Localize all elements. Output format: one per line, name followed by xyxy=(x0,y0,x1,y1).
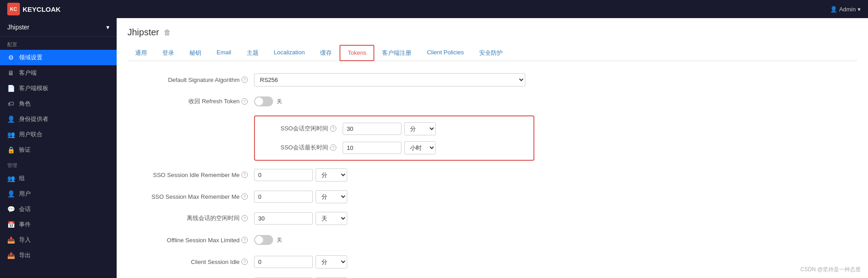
authentication-icon: 🔒 xyxy=(7,146,14,153)
sidebar-item-clients[interactable]: 🖥 客户端 xyxy=(0,65,117,81)
sidebar-item-user-federation[interactable]: 👥 用户联合 xyxy=(0,127,117,142)
sso-session-max-input[interactable] xyxy=(343,142,401,154)
sso-session-idle-row: SSO会话空闲时间 ? 秒 分 时 天 xyxy=(261,121,527,136)
sidebar-item-authentication-label: 验证 xyxy=(19,146,31,154)
groups-icon: 👥 xyxy=(7,175,14,182)
sso-session-idle-remember-me-help-icon[interactable]: ? xyxy=(241,172,248,178)
sidebar-item-export[interactable]: 📤 导出 xyxy=(0,248,117,263)
manage-section-title: 管理 xyxy=(0,158,117,171)
client-session-idle-label: Client Session Idle ? xyxy=(127,259,254,265)
sidebar-item-realm-settings-label: 领域设置 xyxy=(19,53,42,62)
realm-name: Jhipster xyxy=(7,24,29,31)
sidebar-item-sessions-label: 会话 xyxy=(19,205,31,213)
sidebar-item-client-templates[interactable]: 📄 客户端模板 xyxy=(0,81,117,96)
revoke-refresh-token-help-icon[interactable]: ? xyxy=(241,98,248,105)
import-icon: 📥 xyxy=(7,236,14,244)
client-session-idle-help-icon[interactable]: ? xyxy=(241,259,248,265)
offline-session-max-limited-toggle-label: 关 xyxy=(277,236,282,244)
sidebar-item-user-federation-label: 用户联合 xyxy=(19,130,42,139)
realm-header[interactable]: Jhipster ▾ xyxy=(0,18,117,37)
sidebar-item-events[interactable]: 📅 事件 xyxy=(0,217,117,232)
default-signature-algorithm-help-icon[interactable]: ? xyxy=(241,77,248,83)
sidebar-item-users-label: 用户 xyxy=(19,190,31,198)
sso-highlighted-section: SSO会话空闲时间 ? 秒 分 时 天 SSO会话最长时间 ? xyxy=(254,115,534,161)
sso-session-idle-unit-select[interactable]: 秒 分 时 天 xyxy=(404,122,436,135)
sidebar-item-groups[interactable]: 👥 组 xyxy=(0,171,117,186)
offline-session-idle-label: 离线会话的空闲时间 ? xyxy=(127,214,254,222)
tabs: 通用 登录 秘钥 Email 主题 Localization 缓存 Tokens… xyxy=(127,45,857,61)
tab-email[interactable]: Email xyxy=(209,45,239,61)
keycloak-logo-icon: KC xyxy=(7,3,20,15)
sso-session-max-remember-me-help-icon[interactable]: ? xyxy=(241,193,248,200)
sso-session-idle-input[interactable] xyxy=(343,123,401,135)
sso-session-max-label: SSO会话最长时间 ? xyxy=(261,144,343,152)
tab-localization[interactable]: Localization xyxy=(266,45,313,61)
sidebar-item-roles[interactable]: 🏷 角色 xyxy=(0,96,117,111)
user-label: Admin xyxy=(839,6,856,13)
identity-providers-icon: 👤 xyxy=(7,115,14,123)
offline-session-max-limited-toggle[interactable] xyxy=(254,235,273,245)
tab-client-policies[interactable]: Client Policies xyxy=(419,45,472,61)
sidebar-item-groups-label: 组 xyxy=(19,174,25,182)
sidebar-item-export-label: 导出 xyxy=(19,251,31,259)
offline-session-idle-row: 离线会话的空闲时间 ? 秒 分 时 天 xyxy=(127,211,534,226)
default-signature-algorithm-select[interactable]: RS256 RS384 RS512 PS256 PS384 PS512 ES25… xyxy=(254,73,525,86)
page-title: Jhipster xyxy=(127,27,159,38)
revoke-refresh-token-toggle[interactable] xyxy=(254,96,273,106)
sso-session-max-remember-me-unit-select[interactable]: 秒 分 时 天 xyxy=(316,190,347,203)
sidebar-item-authentication[interactable]: 🔒 验证 xyxy=(0,142,117,158)
sidebar-item-sessions[interactable]: 💬 会话 xyxy=(0,201,117,217)
offline-session-idle-input[interactable] xyxy=(254,212,313,225)
tab-cache[interactable]: 缓存 xyxy=(312,45,340,61)
sso-session-max-remember-me-row: SSO Session Max Remember Me ? 秒 分 时 天 xyxy=(127,189,534,204)
sidebar-item-users[interactable]: 👤 用户 xyxy=(0,186,117,201)
client-session-max-row: Client Session Max ? 秒 分 时 天 xyxy=(127,276,534,278)
sso-session-idle-remember-me-row: SSO Session Idle Remember Me ? 秒 分 时 天 xyxy=(127,167,534,182)
offline-session-idle-help-icon[interactable]: ? xyxy=(241,215,248,221)
sso-session-idle-help-icon[interactable]: ? xyxy=(330,125,336,132)
tab-security-defense[interactable]: 安全防护 xyxy=(472,45,510,61)
offline-session-max-limited-toggle-container: 关 xyxy=(254,235,282,245)
delete-realm-icon[interactable]: 🗑 xyxy=(164,29,171,37)
offline-session-max-limited-help-icon[interactable]: ? xyxy=(241,237,248,243)
main-content: Jhipster 🗑 通用 登录 秘钥 Email 主题 Localizatio… xyxy=(117,18,868,278)
sidebar-item-identity-providers[interactable]: 👤 身份提供者 xyxy=(0,111,117,127)
tab-client-registration[interactable]: 客户端注册 xyxy=(374,45,419,61)
users-icon: 👤 xyxy=(7,190,14,197)
tokens-form: Default Signature Algorithm ? RS256 RS38… xyxy=(127,72,534,278)
brand[interactable]: KC KEYCLOAK xyxy=(7,3,61,15)
navbar: KC KEYCLOAK 👤 Admin ▾ xyxy=(0,0,868,18)
revoke-refresh-token-toggle-label: 关 xyxy=(277,98,282,105)
client-session-idle-input[interactable] xyxy=(254,256,313,268)
sidebar-item-clients-label: 客户端 xyxy=(19,69,37,77)
page-header: Jhipster 🗑 xyxy=(127,27,857,38)
tab-tokens[interactable]: Tokens xyxy=(340,45,374,61)
user-chevron-icon: ▾ xyxy=(858,6,861,13)
roles-icon: 🏷 xyxy=(7,100,14,107)
watermark: CSDN @坚持是一种态度 xyxy=(800,266,861,273)
config-section-title: 配置 xyxy=(0,37,117,50)
tab-login[interactable]: 登录 xyxy=(155,45,182,61)
realm-settings-icon: ⚙ xyxy=(7,54,14,61)
brand-label: KEYCLOAK xyxy=(23,5,61,13)
tab-general[interactable]: 通用 xyxy=(127,45,155,61)
offline-session-idle-unit-select[interactable]: 秒 分 时 天 xyxy=(316,212,347,225)
realm-chevron-icon: ▾ xyxy=(106,24,109,31)
sso-session-idle-remember-me-unit-select[interactable]: 秒 分 时 天 xyxy=(316,168,347,182)
sso-session-max-unit-select[interactable]: 秒 分 小时 天 xyxy=(404,141,436,154)
default-signature-algorithm-row: Default Signature Algorithm ? RS256 RS38… xyxy=(127,72,534,87)
offline-session-max-limited-label: Offline Session Max Limited ? xyxy=(127,237,254,244)
sidebar-item-realm-settings[interactable]: ⚙ 领域设置 xyxy=(0,50,117,65)
tab-themes[interactable]: 主题 xyxy=(239,45,266,61)
client-session-idle-unit-select[interactable]: 秒 分 时 天 xyxy=(316,255,347,268)
sso-session-max-help-icon[interactable]: ? xyxy=(330,144,336,151)
default-signature-algorithm-label: Default Signature Algorithm ? xyxy=(127,77,254,83)
sso-session-max-remember-me-input[interactable] xyxy=(254,191,313,203)
user-menu[interactable]: 👤 Admin ▾ xyxy=(830,6,861,13)
sso-session-idle-remember-me-input[interactable] xyxy=(254,169,313,181)
client-templates-icon: 📄 xyxy=(7,85,14,92)
export-icon: 📤 xyxy=(7,252,14,259)
user-icon: 👤 xyxy=(830,6,837,13)
sidebar-item-import[interactable]: 📥 导入 xyxy=(0,232,117,248)
tab-keys[interactable]: 秘钥 xyxy=(182,45,209,61)
